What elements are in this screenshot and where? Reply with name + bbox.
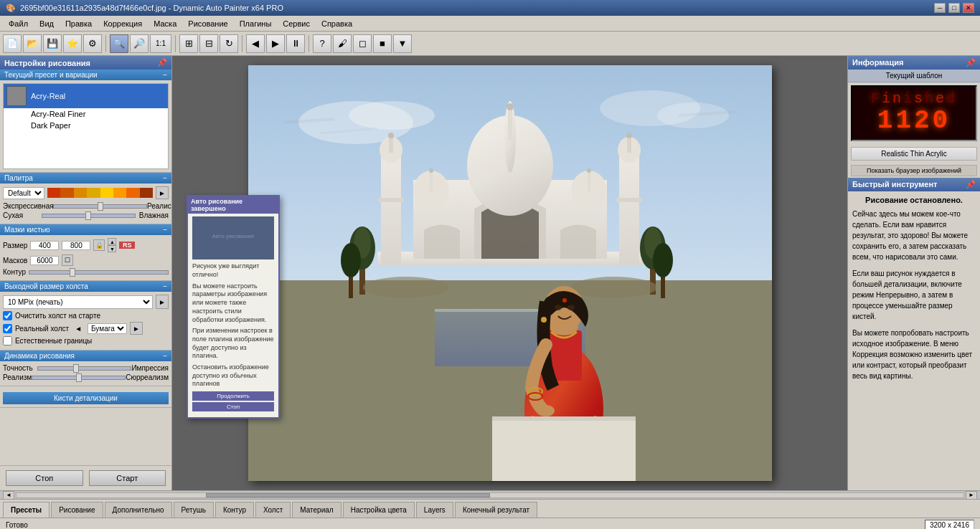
menu-item-сервис[interactable]: Сервис [277,18,316,29]
new-button[interactable]: 📄 [3,34,22,53]
view-btn3[interactable]: ↻ [220,34,238,53]
scroll-thumb[interactable] [206,493,490,497]
contour-slider[interactable] [29,270,169,275]
output-arrow-button[interactable]: ► [156,295,169,309]
palette-header: Палитра − [0,173,171,184]
zoom-out-button[interactable]: 🔎 [130,34,149,53]
menu-item-коррекция[interactable]: Коррекция [98,18,148,29]
play-prev-button[interactable]: ◀ [246,34,265,53]
expressiveness-slider[interactable] [53,204,147,209]
quick-tool-pin[interactable]: 📌 [966,180,976,189]
color-swatch-5[interactable] [100,188,113,198]
save-button[interactable]: 💾 [43,34,62,53]
menu-item-рисование[interactable]: Рисование [182,18,233,29]
show-browser-button[interactable]: Показать браузер изображений [851,165,977,176]
minimize-button[interactable]: ─ [934,3,946,13]
menu-item-правка[interactable]: Правка [60,18,98,29]
color-swatch-7[interactable] [126,188,139,198]
size-down-button[interactable]: ▼ [108,245,116,252]
zoom-100-button[interactable]: 1:1 [150,34,171,53]
section-collapse-icon[interactable]: − [163,71,167,79]
size-max-input[interactable] [62,241,90,250]
brush-mask-collapse[interactable]: − [163,226,167,234]
popup-stop-button[interactable]: Стоп [192,402,274,411]
real-canvas-checkbox[interactable] [3,324,12,333]
preset-sub-dark-paper[interactable]: Dark Paper [4,120,168,131]
output-collapse[interactable]: − [163,282,167,290]
brush-detail-button[interactable]: Кисти детализации [3,392,169,404]
output-size-select[interactable]: 10 MPix (печать) [3,295,153,309]
realism-slider[interactable] [32,376,126,380]
color-swatch-3[interactable] [74,188,87,198]
color-swatch-2[interactable] [60,188,73,198]
palette-select[interactable]: Default [3,187,44,199]
menu-item-плагины[interactable]: Плагины [234,18,278,29]
clear-canvas-checkbox[interactable] [3,311,12,320]
zoom-in-button[interactable]: 🔍 [110,34,128,53]
tab-пресеты[interactable]: Пресеты [3,502,50,518]
tool-button[interactable]: ■ [373,34,392,53]
dry-slider[interactable] [42,214,136,218]
natural-limits-checkbox[interactable] [3,336,12,345]
rs-button[interactable]: RS [119,242,135,249]
play-button[interactable]: ▶ [266,34,285,53]
pin-icon-left[interactable]: 📌 [157,58,167,67]
favorite-button[interactable]: ⭐ [63,34,82,53]
window-title: 2695bf00e31611a2935a48d7f466e0cf.jpg - D… [20,4,283,12]
paper-select[interactable]: Бумага [88,323,127,334]
masks-check[interactable]: ☐ [62,254,73,266]
tab-настройка-цвета[interactable]: Настройка цвета [343,502,415,518]
color-swatch-6[interactable] [113,188,126,198]
color-swatch-1[interactable] [47,188,60,198]
horizontal-scrollbar[interactable]: ◄ ► [0,490,980,499]
menu-item-справка[interactable]: Справка [316,18,358,29]
dynamics-collapse[interactable]: − [163,352,167,360]
lock-button[interactable]: 🔒 [93,239,105,251]
popup-continue-button[interactable]: Продолжить [192,391,274,401]
masks-input[interactable] [30,256,59,265]
eraser-button[interactable]: ◻ [353,34,372,53]
size-input[interactable] [30,241,59,250]
help-button[interactable]: ? [313,34,331,53]
tab-холст[interactable]: Холст [255,502,291,518]
preset-item-acry-real[interactable]: Acry-Real [4,84,168,108]
scroll-left-button[interactable]: ◄ [3,491,14,500]
tab-bar: ПресетыРисованиеДополнительноРетушьКонту… [0,499,980,518]
settings-button[interactable]: ⚙ [83,34,102,53]
menu-item-вид[interactable]: Вид [34,18,60,29]
tab-контур[interactable]: Контур [215,502,254,518]
paper-expand-button[interactable]: ► [130,322,143,335]
real-canvas-label: Реальный холст [15,325,69,333]
tab-конечный-результат[interactable]: Конечный результат [455,502,537,518]
start-button[interactable]: Старт [89,470,166,486]
tab-рисование[interactable]: Рисование [51,502,103,518]
tab-материал[interactable]: Материал [292,502,341,518]
precision-slider[interactable] [37,366,131,371]
maximize-button[interactable]: □ [948,3,960,13]
stop-button[interactable]: Стоп [6,470,83,486]
scroll-right-button[interactable]: ► [966,491,977,500]
open-button[interactable]: 📂 [23,34,42,53]
expand-button[interactable]: ▼ [393,34,412,53]
menu-item-файл[interactable]: Файл [3,18,34,29]
tab-ретушь[interactable]: Ретушь [174,502,214,518]
color-swatch-8[interactable] [140,188,153,198]
palette-arrow-right[interactable]: ► [156,186,169,199]
view-btn1[interactable]: ⊞ [179,34,198,53]
view-btn2[interactable]: ⊟ [199,34,218,53]
main-area: Настройки рисования 📌 Текущий пресет и в… [0,56,980,490]
info-pin-icon[interactable]: 📌 [966,58,976,67]
pause-button[interactable]: ⏸ [286,34,305,53]
title-bar-controls[interactable]: ─ □ ✕ [934,3,974,13]
tab-layers[interactable]: Layers [416,502,453,518]
size-up-button[interactable]: ▲ [108,238,116,245]
close-button[interactable]: ✕ [963,3,974,13]
palette-collapse-icon[interactable]: − [163,174,167,182]
tab-дополнительно[interactable]: Дополнительно [105,502,172,518]
brush-button[interactable]: 🖌 [333,34,352,53]
template-name-button[interactable]: Realistic Thin Acrylic [851,147,977,161]
menu-item-маска[interactable]: Маска [148,18,182,29]
scroll-track[interactable] [16,492,964,498]
preset-sub-finer[interactable]: Acry-Real Finer [4,108,168,120]
color-swatch-4[interactable] [87,188,100,198]
